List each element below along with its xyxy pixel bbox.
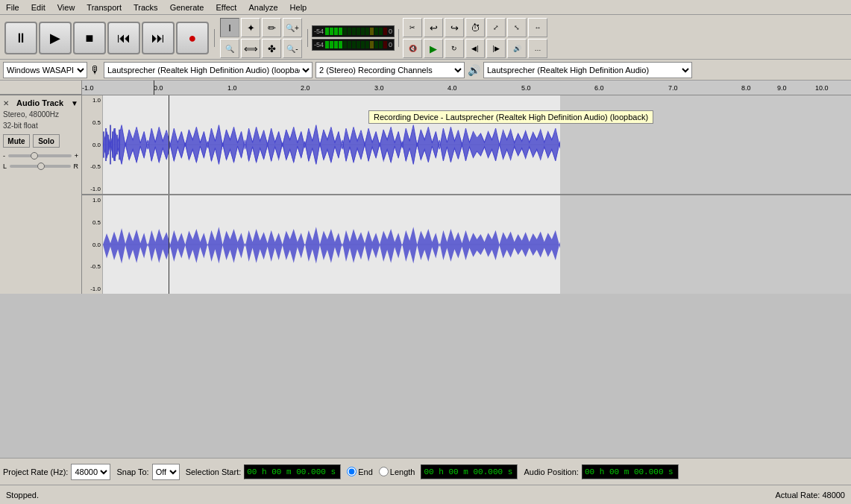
speaker-btn[interactable]: 🔊 [507, 39, 527, 58]
track-arrow[interactable]: ▼ [71, 99, 78, 107]
zoom-sel-btn[interactable]: ⤢ [486, 18, 506, 37]
pan-R: R [74, 163, 79, 170]
actual-rate: Actual Rate: 48000 [775, 491, 845, 500]
zoom-in-tool[interactable]: 🔍+ [283, 18, 302, 37]
play-button[interactable]: ▶ [39, 22, 72, 54]
pan-slider-thumb[interactable] [37, 163, 45, 170]
zoom-tool[interactable]: 🔍 [220, 39, 239, 58]
zoom-out-tool[interactable]: 🔍- [283, 39, 302, 58]
extra-btn[interactable]: … [528, 39, 547, 58]
end-radio[interactable] [347, 467, 357, 476]
multi-tool[interactable]: ✤ [262, 39, 281, 58]
snap-group: Snap To: Off [116, 464, 179, 480]
recording-device-select[interactable]: Lautsprecher (Realtek High Definition Au… [104, 62, 313, 78]
end-length-radio: End Length [347, 467, 415, 476]
length-radio[interactable] [379, 467, 389, 476]
vu-meters: -54 0 [312, 25, 395, 51]
toolbar-row-1: ⏸ ▶ ■ ⏮ ⏭ ● I ✦ ✏ 🔍+ 🔍 ⟺ ✤ 🔍- [0, 15, 851, 60]
scrub-left-btn[interactable]: ◀| [465, 39, 485, 58]
pan-row: L R [3, 163, 78, 170]
menu-analyze[interactable]: Analyze [242, 1, 283, 13]
menu-generate[interactable]: Generate [164, 1, 210, 13]
tools-section: I ✦ ✏ 🔍+ 🔍 ⟺ ✤ 🔍- [219, 16, 304, 60]
selection-start-input[interactable] [244, 464, 341, 479]
play-green-btn[interactable]: ▶ [424, 39, 443, 58]
loop-btn[interactable]: ↻ [445, 39, 464, 58]
track-name: Audio Track [16, 98, 63, 107]
scale-2-bot: -1.0 [84, 286, 101, 292]
status-bar: Stopped. Actual Rate: 48000 [0, 485, 851, 504]
trim-tool[interactable]: ✂ [403, 18, 422, 37]
zoom-fit-btn[interactable]: ⤡ [507, 18, 527, 37]
redo-btn[interactable]: ↪ [445, 18, 464, 37]
zoom-ext-btn[interactable]: ↔ [528, 18, 547, 37]
extra-tools: ✂ ↩ ↪ ⏱ ⤢ ⤡ ↔ 🔇 ▶ ↻ ◀| |▶ 🔊 … [403, 18, 547, 58]
track-info: Stereo, 48000Hz 32-bit float [3, 109, 78, 131]
playback-cursor-1 [169, 95, 169, 194]
ruler-container: -1.0 0.0 1.0 2.0 3.0 4.0 5.0 6.0 7.0 8.0… [0, 81, 851, 95]
playback-cursor-2 [169, 195, 169, 294]
snap-select[interactable]: Off [152, 464, 180, 480]
track-header: ✕ Audio Track ▼ [3, 98, 78, 107]
menu-help[interactable]: Help [284, 1, 313, 13]
scrub-right-btn[interactable]: |▶ [486, 39, 506, 58]
bottom-toolbar: Project Rate (Hz): 48000 Snap To: Off Se… [0, 458, 851, 485]
playback-device-select[interactable]: Lautsprecher (Realtek High Definition Au… [483, 62, 692, 78]
channels-select[interactable]: 2 (Stereo) Recording Channels [315, 62, 465, 78]
skip-back-button[interactable]: ⏮ [107, 22, 140, 54]
timer-btn[interactable]: ⏱ [465, 18, 485, 37]
menu-transport[interactable]: Transport [81, 1, 128, 13]
menu-bar: File Edit View Transport Tracks Generate… [0, 0, 851, 15]
scale-1-bot: -1.0 [84, 186, 101, 192]
device-row: Windows WASAPI 🎙 Lautsprecher (Realtek H… [0, 60, 851, 81]
envelope-tool[interactable]: ✦ [241, 18, 260, 37]
main-panel: ✕ Audio Track ▼ Stereo, 48000Hz 32-bit f… [0, 95, 851, 504]
draw-tool[interactable]: ✏ [262, 18, 281, 37]
menu-edit[interactable]: Edit [25, 1, 51, 13]
scale-1-neg-half: -0.5 [84, 163, 101, 170]
menu-view[interactable]: View [51, 1, 81, 13]
ruler-label-0: -1.0 [82, 84, 94, 92]
pause-button[interactable]: ⏸ [4, 22, 37, 54]
track-close-x[interactable]: ✕ [3, 99, 9, 107]
scale-1-top: 1.0 [84, 97, 101, 104]
y-scale-2: 1.0 0.5 0.0 -0.5 -1.0 [82, 195, 103, 294]
divider-1 [214, 29, 215, 47]
menu-effect[interactable]: Effect [210, 1, 243, 13]
ruler-label-2: 1.0 [227, 84, 237, 92]
mic-icon: 🎙 [90, 64, 101, 76]
skip-fwd-button[interactable]: ⏭ [142, 22, 175, 54]
record-button[interactable]: ● [176, 22, 209, 54]
channel-2[interactable]: 1.0 0.5 0.0 -0.5 -1.0 [82, 195, 851, 294]
app-window: File Edit View Transport Tracks Generate… [0, 0, 851, 504]
end-input[interactable] [421, 464, 518, 479]
silence-btn[interactable]: 🔇 [403, 39, 422, 58]
host-select[interactable]: Windows WASAPI [3, 62, 87, 78]
ruler-label-11: 9.0 [777, 84, 787, 92]
project-rate-label: Project Rate (Hz): [3, 467, 68, 476]
menu-tracks[interactable]: Tracks [128, 1, 164, 13]
project-rate-select[interactable]: 48000 [71, 464, 110, 480]
time-shift-tool[interactable]: ⟺ [241, 39, 260, 58]
divider-2 [307, 29, 308, 47]
vol-plus: + [75, 152, 78, 160]
speaker-icon: 🔊 [468, 64, 480, 76]
scale-2-neg-half: -0.5 [84, 263, 101, 270]
selection-start-group: Selection Start: [186, 464, 342, 479]
select-tool[interactable]: I [220, 18, 239, 37]
undo-btn[interactable]: ↩ [424, 18, 443, 37]
stop-button[interactable]: ■ [73, 22, 106, 54]
solo-button[interactable]: Solo [33, 134, 60, 148]
menu-file[interactable]: File [0, 1, 25, 13]
pan-L: L [3, 163, 7, 170]
vol-minus: - [3, 152, 5, 160]
volume-slider-thumb[interactable] [31, 152, 38, 160]
end-radio-label: End [347, 467, 373, 476]
status-text: Stopped. [6, 491, 39, 500]
divider-3 [398, 29, 399, 47]
audio-position-input[interactable] [582, 464, 679, 479]
mute-button[interactable]: Mute [3, 134, 30, 148]
volume-slider-track [8, 154, 72, 157]
scale-1-half: 0.5 [84, 119, 101, 126]
ruler-label-4: 3.0 [374, 84, 384, 92]
